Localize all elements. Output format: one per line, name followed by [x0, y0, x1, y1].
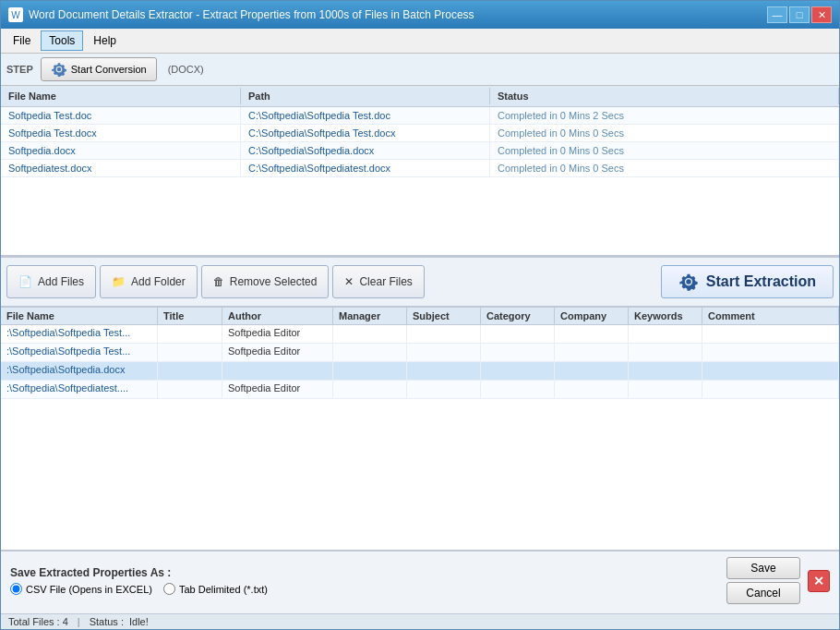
top-table-rows: Softpedia Test.doc C:\Softpedia\Softpedi… [1, 107, 839, 255]
bottom-cell-filename: :\Softpedia\Softpedia.docx [1, 362, 158, 380]
remove-selected-icon: 🗑 [213, 275, 224, 288]
start-gear-icon [678, 272, 699, 292]
table-row[interactable]: Softpedia Test.doc C:\Softpedia\Softpedi… [1, 107, 839, 125]
close-button[interactable]: ✕ [811, 6, 832, 23]
bottom-cell-filename: :\Softpedia\Softpediatest.... [1, 381, 158, 398]
remove-selected-label: Remove Selected [230, 275, 318, 288]
remove-selected-button[interactable]: 🗑 Remove Selected [201, 265, 330, 298]
status-divider: | [78, 616, 80, 627]
title-bar: W Word Document Details Extractor - Extr… [1, 1, 839, 29]
bottom-header-comment: Comment [702, 308, 839, 324]
table-row[interactable]: :\Softpedia\Softpedia Test... Softpedia … [1, 325, 839, 344]
bottom-cell-company [555, 381, 629, 398]
top-cell-filename: Softpediatest.docx [1, 160, 241, 176]
bottom-cell-subject [407, 362, 481, 380]
table-row[interactable]: Softpediatest.docx C:\Softpedia\Softpedi… [1, 160, 839, 177]
radio-group: CSV File (Opens in EXCEL) Tab Delimited … [10, 583, 717, 595]
top-cell-status: Completed in 0 Mins 0 Secs [490, 160, 839, 176]
bottom-cell-comment [702, 381, 839, 398]
start-conversion-label: Start Conversion [71, 64, 147, 75]
bottom-cell-author [222, 362, 333, 380]
save-row: Save Extracted Properties As : CSV File … [10, 557, 830, 604]
maximize-button[interactable]: □ [789, 6, 810, 23]
table-row[interactable]: :\Softpedia\Softpedia Test... Softpedia … [1, 344, 839, 362]
bottom-cell-keywords [629, 325, 702, 343]
add-folder-label: Add Folder [131, 275, 186, 288]
save-options: Save Extracted Properties As : CSV File … [10, 566, 717, 595]
bottom-cell-filename: :\Softpedia\Softpedia Test... [1, 325, 158, 343]
bottom-cell-company [555, 344, 629, 361]
bottom-cell-title [158, 325, 222, 343]
save-button[interactable]: Save [726, 557, 800, 579]
start-conversion-button[interactable]: Start Conversion [41, 57, 157, 81]
table-row[interactable]: Softpedia.docx C:\Softpedia\Softpedia.do… [1, 142, 839, 160]
bottom-cell-title [158, 381, 222, 398]
bottom-cell-manager [333, 325, 407, 343]
toolbar: STEP Start Conversion (DOCX) [1, 54, 839, 86]
bottom-cell-subject [407, 325, 481, 343]
save-area: Save Cancel ✕ [726, 557, 830, 604]
bottom-cell-subject [407, 344, 481, 361]
top-cell-path: C:\Softpedia\Softpediatest.docx [241, 160, 490, 176]
bottom-cell-category [481, 325, 555, 343]
bottom-cell-manager [333, 362, 407, 380]
clear-files-button[interactable]: ✕ Clear Files [332, 265, 424, 298]
bottom-cell-author: Softpedia Editor [222, 325, 333, 343]
button-bar: 📄 Add Files 📁 Add Folder 🗑 Remove Select… [1, 257, 839, 308]
table-row[interactable]: :\Softpedia\Softpediatest.... Softpedia … [1, 381, 839, 399]
add-files-button[interactable]: 📄 Add Files [6, 265, 96, 298]
table-row[interactable]: :\Softpedia\Softpedia.docx [1, 362, 839, 381]
clear-files-label: Clear Files [359, 275, 412, 288]
bottom-cell-comment [702, 325, 839, 343]
bottom-cell-keywords [629, 381, 702, 398]
bottom-cell-filename: :\Softpedia\Softpedia Test... [1, 344, 158, 361]
top-header-path: Path [241, 88, 490, 104]
total-files: Total Files : 4 [8, 616, 68, 627]
title-bar-left: W Word Document Details Extractor - Extr… [8, 7, 474, 22]
table-row[interactable]: Softpedia Test.docx C:\Softpedia\Softped… [1, 125, 839, 142]
bottom-header-manager: Manager [333, 308, 407, 324]
bottom-header-keywords: Keywords [629, 308, 702, 324]
start-extraction-button[interactable]: Start Extraction [661, 265, 834, 298]
bottom-cell-title [158, 344, 222, 361]
menu-tools[interactable]: Tools [41, 30, 83, 51]
x-close-button[interactable]: ✕ [808, 570, 830, 592]
csv-radio[interactable] [10, 583, 22, 595]
step-label: STEP [6, 64, 33, 75]
csv-label: CSV File (Opens in EXCEL) [26, 584, 152, 595]
main-content: File Name Path Status Softpedia Test.doc… [1, 86, 839, 629]
cancel-button[interactable]: Cancel [726, 582, 800, 604]
bottom-cell-manager [333, 344, 407, 361]
top-cell-filename: Softpedia.docx [1, 142, 241, 159]
menu-file[interactable]: File [5, 30, 39, 51]
main-window: W Word Document Details Extractor - Extr… [0, 0, 840, 630]
bottom-cell-subject [407, 381, 481, 398]
minimize-button[interactable]: — [767, 6, 787, 23]
tab-radio[interactable] [163, 583, 175, 595]
top-header-status: Status [490, 88, 839, 104]
bottom-header-author: Author [222, 308, 333, 324]
menu-help[interactable]: Help [85, 30, 125, 51]
bottom-cell-title [158, 362, 222, 380]
gear-icon [51, 61, 67, 78]
app-icon: W [8, 7, 23, 22]
bottom-header-subject: Subject [407, 308, 481, 324]
tab-label: Tab Delimited (*.txt) [179, 584, 268, 595]
start-extraction-label: Start Extraction [706, 273, 816, 290]
bottom-table-section[interactable]: File Name Title Author Manager Subject C… [1, 308, 839, 550]
bottom-table-header: File Name Title Author Manager Subject C… [1, 308, 839, 325]
clear-files-icon: ✕ [344, 275, 354, 288]
tab-option[interactable]: Tab Delimited (*.txt) [163, 583, 268, 595]
add-files-icon: 📄 [18, 275, 32, 288]
bottom-cell-company [555, 362, 629, 380]
top-cell-status: Completed in 0 Mins 2 Secs [490, 107, 839, 124]
top-table-section: File Name Path Status Softpedia Test.doc… [1, 86, 839, 257]
top-cell-status: Completed in 0 Mins 0 Secs [490, 125, 839, 141]
bottom-header-filename: File Name [1, 308, 158, 324]
add-folder-button[interactable]: 📁 Add Folder [100, 265, 198, 298]
top-cell-path: C:\Softpedia\Softpedia Test.docx [241, 125, 490, 141]
csv-option[interactable]: CSV File (Opens in EXCEL) [10, 583, 152, 595]
status-value: Idle! [129, 616, 149, 627]
status-label: Status : [90, 616, 124, 627]
bottom-cell-author: Softpedia Editor [222, 344, 333, 361]
